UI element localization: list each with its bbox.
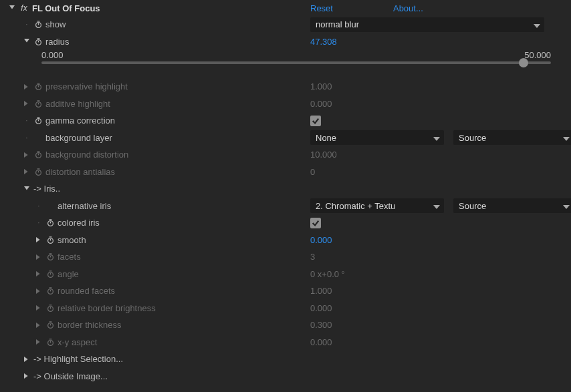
prop-rounded-facets: rounded facets 1.000 (0, 282, 571, 300)
prop-label: background layer (45, 133, 112, 143)
bullet: · (23, 117, 31, 124)
radius-value[interactable]: 47.308 (310, 37, 337, 47)
prop-value: 0.000 (310, 303, 332, 313)
twirl[interactable] (23, 169, 31, 174)
prop-label: gamma correction (45, 116, 115, 126)
group-label: -> Outside Image... (33, 371, 108, 381)
twirl[interactable] (35, 271, 43, 276)
prop-background-layer: · background layer None Source (0, 130, 571, 147)
prop-show: · show normal blur (0, 16, 571, 33)
prop-label: relative border brightness (58, 303, 156, 313)
prop-label: colored iris (58, 218, 100, 228)
bg-layer-dropdown[interactable]: None (310, 130, 444, 145)
prop-value: 10.000 (310, 150, 337, 160)
prop-gamma-correction: · gamma correction (0, 112, 571, 130)
svg-marker-26 (24, 169, 28, 174)
stopwatch-icon[interactable] (33, 150, 43, 160)
svg-marker-30 (24, 186, 29, 190)
prop-label: preservative highlight (45, 81, 128, 91)
stopwatch-icon[interactable] (33, 99, 43, 108)
prop-value: 0.000 (310, 99, 332, 109)
prop-background-distortion: background distortion 10.000 (0, 146, 571, 164)
stopwatch-icon[interactable] (45, 286, 55, 296)
stopwatch-icon[interactable] (33, 82, 43, 91)
stopwatch-icon[interactable] (45, 337, 55, 347)
stopwatch-icon[interactable] (33, 167, 43, 176)
prop-value: 0 (310, 167, 315, 177)
twirl[interactable] (23, 152, 31, 158)
svg-marker-13 (24, 101, 28, 106)
prop-label: angle (58, 269, 79, 279)
twirl[interactable] (23, 84, 31, 89)
group-label: -> Highlight Selection... (33, 354, 123, 364)
svg-marker-31 (433, 205, 440, 209)
twirl[interactable] (35, 305, 43, 311)
prop-label: rounded facets (58, 286, 115, 296)
svg-marker-22 (24, 152, 28, 158)
prop-alternative-iris: · alternative iris 2. Chromatic + Textu … (0, 198, 571, 215)
radius-slider-area: 0.000 50.000 (0, 50, 571, 78)
svg-marker-21 (563, 137, 570, 141)
prop-xy-aspect: x-y aspect 0.000 (0, 334, 571, 351)
twirl[interactable] (35, 254, 43, 260)
stopwatch-icon[interactable] (33, 37, 43, 46)
gamma-checkbox[interactable] (310, 116, 321, 126)
prop-label: facets (58, 252, 81, 262)
prop-angle: angle 0 x+0.0 ° (0, 266, 571, 283)
twirl[interactable] (35, 339, 43, 345)
radius-slider-thumb[interactable] (519, 58, 528, 67)
twirl[interactable] (23, 373, 31, 379)
twirl[interactable] (35, 288, 43, 294)
stopwatch-icon[interactable] (45, 235, 55, 244)
prop-additive-highlight: additive highlight 0.000 (0, 95, 571, 113)
stopwatch-icon[interactable] (45, 269, 55, 278)
stopwatch-icon[interactable] (33, 116, 43, 126)
twirl[interactable] (23, 357, 31, 362)
prop-label: radius (45, 37, 69, 47)
twirl-effect[interactable] (8, 5, 16, 11)
stopwatch-icon[interactable] (33, 20, 43, 29)
svg-marker-60 (36, 339, 40, 345)
prop-label: smooth (58, 235, 86, 245)
twirl[interactable] (35, 323, 43, 328)
bullet: · (35, 202, 43, 210)
twirl-radius[interactable] (23, 39, 31, 44)
svg-point-27 (35, 170, 41, 175)
stopwatch-icon[interactable] (45, 218, 55, 228)
stopwatch-icon[interactable] (45, 252, 55, 262)
alt-iris-dropdown[interactable]: 2. Chromatic + Textu (310, 198, 444, 213)
about-link[interactable]: About... (393, 3, 423, 13)
svg-marker-5 (24, 39, 29, 43)
prop-radius: radius 47.308 (0, 33, 571, 51)
dropdown-value: Source (459, 201, 486, 211)
bg-source-dropdown[interactable]: Source (453, 130, 571, 145)
twirl-iris[interactable] (23, 186, 31, 192)
svg-point-57 (47, 323, 53, 329)
colored-iris-checkbox[interactable] (310, 218, 321, 228)
chevron-down-icon (433, 134, 440, 141)
chevron-down-icon (433, 202, 440, 209)
alt-iris-source-dropdown[interactable]: Source (453, 198, 571, 213)
svg-point-53 (47, 306, 53, 311)
twirl[interactable] (35, 237, 43, 242)
svg-marker-65 (24, 373, 28, 379)
twirl[interactable] (23, 101, 31, 106)
stopwatch-icon[interactable] (45, 321, 55, 330)
svg-marker-20 (433, 137, 440, 141)
smooth-value[interactable]: 0.000 (310, 235, 332, 245)
show-dropdown[interactable]: normal blur (310, 17, 544, 32)
bullet: · (23, 134, 31, 142)
stopwatch-icon[interactable] (45, 303, 55, 313)
radius-slider-track[interactable] (41, 61, 551, 64)
prop-label: x-y aspect (58, 337, 97, 347)
svg-marker-0 (9, 5, 15, 9)
svg-marker-48 (36, 288, 40, 294)
prop-label: additive highlight (45, 99, 110, 109)
slider-max: 50.000 (524, 50, 551, 60)
prop-smooth: smooth 0.000 (0, 232, 571, 249)
reset-link[interactable]: Reset (310, 3, 333, 13)
svg-point-1 (35, 23, 41, 28)
effect-header: fx FL Out Of Focus Reset About... (0, 0, 571, 16)
effect-name: FL Out Of Focus (32, 3, 100, 13)
prop-preservative-highlight: preservative highlight 1.000 (0, 78, 571, 95)
